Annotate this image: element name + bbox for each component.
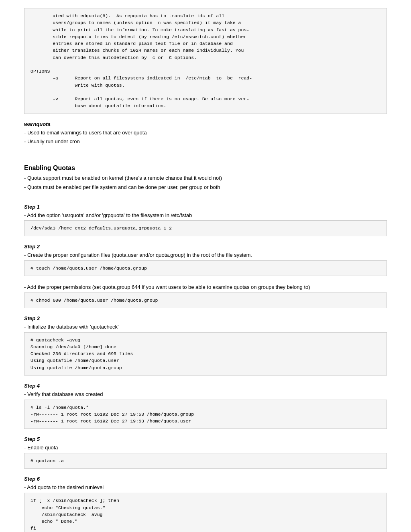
step2-label: Step 2 (24, 244, 387, 250)
top-code-block: ated with edquota(8). As repquota has to… (24, 8, 387, 114)
warnquota-label: warnquota (24, 121, 387, 127)
step6-code: if [ -x /sbin/quotacheck ]; then echo "C… (24, 493, 387, 532)
enabling-quotas-item-1: - Quota support must be enabled on kerne… (24, 174, 387, 183)
step1-text: - Add the option 'usrquota' and/or 'grpq… (24, 211, 387, 220)
step2-code2: # chmod 600 /home/quota.user /home/quota… (24, 292, 387, 308)
step3-section: Step 3 - Initialize the database with 'q… (24, 315, 387, 376)
step4-text: - Verify that database was created (24, 390, 387, 399)
step5-code: # quotaon -a (24, 453, 387, 469)
step2-text1: - Create the proper configuration files … (24, 251, 387, 260)
enabling-quotas-item-2: - Quota must be enabled per file system … (24, 183, 387, 192)
step4-section: Step 4 - Verify that database was create… (24, 383, 387, 429)
warnquota-section: warnquota - Used to email warnings to us… (24, 121, 387, 146)
step4-label: Step 4 (24, 383, 387, 389)
warnquota-item-2: - Usually run under cron (24, 138, 387, 146)
step5-text: - Enable quota (24, 444, 387, 452)
step2-text2: - Add the proper permissions (set quota.… (24, 283, 387, 292)
step5-section: Step 5 - Enable quota # quotaon -a (24, 436, 387, 469)
step6-label: Step 6 (24, 476, 387, 482)
step1-code: /dev/sda3 /home ext2 defaults,usrquota,g… (24, 220, 387, 236)
step1-section: Step 1 - Add the option 'usrquota' and/o… (24, 204, 387, 236)
step4-code: # ls -l /home/quota.* -rw------- 1 root … (24, 400, 387, 429)
enabling-quotas-section: Enabling Quotas - Quota support must be … (24, 164, 387, 192)
step1-label: Step 1 (24, 204, 387, 210)
step3-text: - Initialize the database with 'quotache… (24, 323, 387, 331)
step2-code1: # touch /home/quota.user /home/quota.gro… (24, 260, 387, 276)
step5-label: Step 5 (24, 436, 387, 442)
enabling-quotas-title: Enabling Quotas (24, 164, 387, 172)
step3-code: # quotacheck -avug Scanning /dev/sda9 [/… (24, 332, 387, 376)
step2-section: Step 2 - Create the proper configuration… (24, 244, 387, 308)
step3-label: Step 3 (24, 315, 387, 321)
warnquota-item-1: - Used to email warnings to users that a… (24, 129, 387, 137)
step6-section: Step 6 - Add quota to the desired runlev… (24, 476, 387, 532)
step6-text: - Add quota to the desired runlevel (24, 483, 387, 492)
